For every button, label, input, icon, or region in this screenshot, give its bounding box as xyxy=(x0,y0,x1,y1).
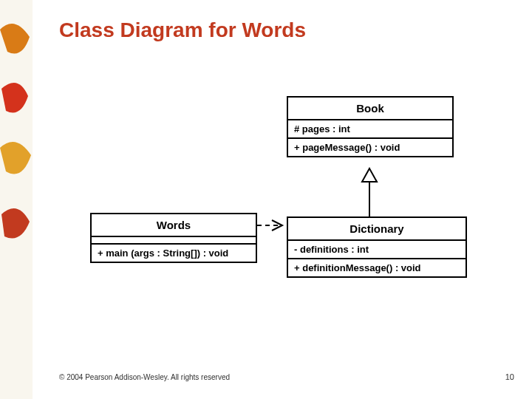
class-method-words: + main (args : String[]) : void xyxy=(92,245,256,262)
class-box-words: Words + main (args : String[]) : void xyxy=(90,213,257,263)
svg-rect-0 xyxy=(0,0,33,399)
class-attr-book: # pages : int xyxy=(288,120,452,139)
class-method-dictionary: + definitionMessage() : void xyxy=(288,259,466,276)
svg-marker-3 xyxy=(362,168,377,182)
sidebar-decoration xyxy=(0,0,33,399)
class-method-book: + pageMessage() : void xyxy=(288,139,452,156)
class-attr-dictionary: - definitions : int xyxy=(288,241,466,259)
class-box-book: Book # pages : int + pageMessage() : voi… xyxy=(287,96,454,157)
class-attr-words-empty xyxy=(92,237,256,245)
connectors xyxy=(0,0,532,399)
page-title: Class Diagram for Words xyxy=(59,18,306,42)
footer-copyright: © 2004 Pearson Addison-Wesley. All right… xyxy=(59,373,230,381)
class-name-book: Book xyxy=(288,98,452,120)
class-name-dictionary: Dictionary xyxy=(288,218,466,241)
class-name-words: Words xyxy=(92,214,256,237)
class-box-dictionary: Dictionary - definitions : int + definit… xyxy=(287,216,467,278)
page-number: 10 xyxy=(505,372,514,381)
